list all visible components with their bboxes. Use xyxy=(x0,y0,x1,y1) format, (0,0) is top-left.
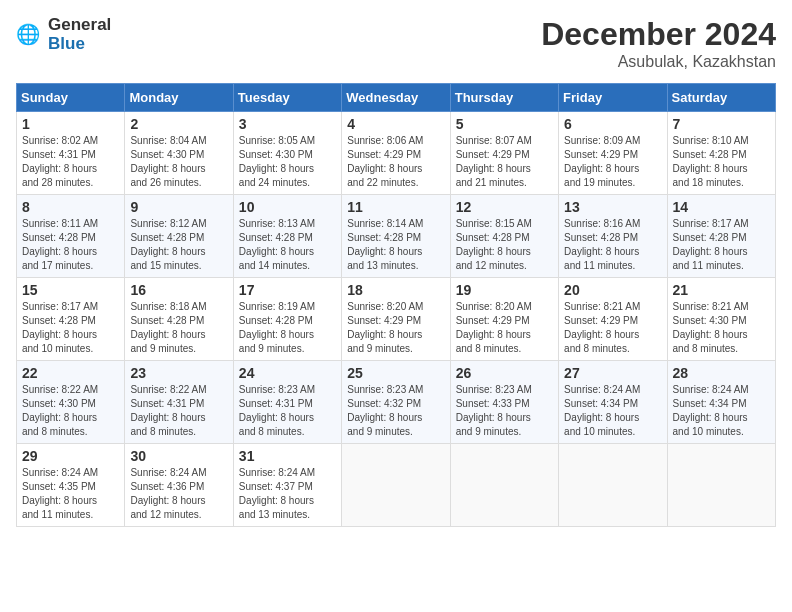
day-number: 9 xyxy=(130,199,227,215)
day-number: 23 xyxy=(130,365,227,381)
calendar-cell: 8Sunrise: 8:11 AM Sunset: 4:28 PM Daylig… xyxy=(17,195,125,278)
day-number: 31 xyxy=(239,448,336,464)
calendar-cell: 28Sunrise: 8:24 AM Sunset: 4:34 PM Dayli… xyxy=(667,361,775,444)
day-info: Sunrise: 8:04 AM Sunset: 4:30 PM Dayligh… xyxy=(130,134,227,190)
day-number: 16 xyxy=(130,282,227,298)
day-number: 26 xyxy=(456,365,553,381)
calendar-cell: 23Sunrise: 8:22 AM Sunset: 4:31 PM Dayli… xyxy=(125,361,233,444)
day-info: Sunrise: 8:15 AM Sunset: 4:28 PM Dayligh… xyxy=(456,217,553,273)
calendar-cell: 27Sunrise: 8:24 AM Sunset: 4:34 PM Dayli… xyxy=(559,361,667,444)
day-info: Sunrise: 8:16 AM Sunset: 4:28 PM Dayligh… xyxy=(564,217,661,273)
day-number: 11 xyxy=(347,199,444,215)
day-info: Sunrise: 8:02 AM Sunset: 4:31 PM Dayligh… xyxy=(22,134,119,190)
day-number: 8 xyxy=(22,199,119,215)
calendar-cell xyxy=(450,444,558,527)
day-info: Sunrise: 8:05 AM Sunset: 4:30 PM Dayligh… xyxy=(239,134,336,190)
page-header: 🌐 General Blue December 2024 Asubulak, K… xyxy=(16,16,776,71)
day-number: 10 xyxy=(239,199,336,215)
calendar-cell: 14Sunrise: 8:17 AM Sunset: 4:28 PM Dayli… xyxy=(667,195,775,278)
calendar-cell xyxy=(342,444,450,527)
day-number: 12 xyxy=(456,199,553,215)
calendar-cell: 1Sunrise: 8:02 AM Sunset: 4:31 PM Daylig… xyxy=(17,112,125,195)
week-row-3: 15Sunrise: 8:17 AM Sunset: 4:28 PM Dayli… xyxy=(17,278,776,361)
day-info: Sunrise: 8:24 AM Sunset: 4:36 PM Dayligh… xyxy=(130,466,227,522)
col-header-friday: Friday xyxy=(559,84,667,112)
calendar-cell: 30Sunrise: 8:24 AM Sunset: 4:36 PM Dayli… xyxy=(125,444,233,527)
calendar-cell: 20Sunrise: 8:21 AM Sunset: 4:29 PM Dayli… xyxy=(559,278,667,361)
day-number: 14 xyxy=(673,199,770,215)
title-block: December 2024 Asubulak, Kazakhstan xyxy=(541,16,776,71)
day-info: Sunrise: 8:24 AM Sunset: 4:34 PM Dayligh… xyxy=(673,383,770,439)
week-row-1: 1Sunrise: 8:02 AM Sunset: 4:31 PM Daylig… xyxy=(17,112,776,195)
logo: 🌐 General Blue xyxy=(16,16,111,53)
day-info: Sunrise: 8:14 AM Sunset: 4:28 PM Dayligh… xyxy=(347,217,444,273)
day-number: 29 xyxy=(22,448,119,464)
col-header-tuesday: Tuesday xyxy=(233,84,341,112)
calendar-cell: 13Sunrise: 8:16 AM Sunset: 4:28 PM Dayli… xyxy=(559,195,667,278)
calendar-cell: 17Sunrise: 8:19 AM Sunset: 4:28 PM Dayli… xyxy=(233,278,341,361)
day-number: 3 xyxy=(239,116,336,132)
day-info: Sunrise: 8:23 AM Sunset: 4:31 PM Dayligh… xyxy=(239,383,336,439)
day-number: 17 xyxy=(239,282,336,298)
day-number: 4 xyxy=(347,116,444,132)
col-header-saturday: Saturday xyxy=(667,84,775,112)
calendar-cell: 21Sunrise: 8:21 AM Sunset: 4:30 PM Dayli… xyxy=(667,278,775,361)
calendar-cell xyxy=(559,444,667,527)
day-number: 7 xyxy=(673,116,770,132)
calendar-cell: 6Sunrise: 8:09 AM Sunset: 4:29 PM Daylig… xyxy=(559,112,667,195)
logo-icon: 🌐 xyxy=(16,21,44,49)
calendar-cell: 11Sunrise: 8:14 AM Sunset: 4:28 PM Dayli… xyxy=(342,195,450,278)
calendar-cell: 10Sunrise: 8:13 AM Sunset: 4:28 PM Dayli… xyxy=(233,195,341,278)
day-info: Sunrise: 8:13 AM Sunset: 4:28 PM Dayligh… xyxy=(239,217,336,273)
day-info: Sunrise: 8:24 AM Sunset: 4:34 PM Dayligh… xyxy=(564,383,661,439)
header-row: SundayMondayTuesdayWednesdayThursdayFrid… xyxy=(17,84,776,112)
calendar-cell: 4Sunrise: 8:06 AM Sunset: 4:29 PM Daylig… xyxy=(342,112,450,195)
calendar-cell: 12Sunrise: 8:15 AM Sunset: 4:28 PM Dayli… xyxy=(450,195,558,278)
day-number: 1 xyxy=(22,116,119,132)
calendar-cell: 22Sunrise: 8:22 AM Sunset: 4:30 PM Dayli… xyxy=(17,361,125,444)
day-info: Sunrise: 8:23 AM Sunset: 4:33 PM Dayligh… xyxy=(456,383,553,439)
day-info: Sunrise: 8:17 AM Sunset: 4:28 PM Dayligh… xyxy=(22,300,119,356)
col-header-monday: Monday xyxy=(125,84,233,112)
day-number: 27 xyxy=(564,365,661,381)
calendar-cell: 24Sunrise: 8:23 AM Sunset: 4:31 PM Dayli… xyxy=(233,361,341,444)
col-header-sunday: Sunday xyxy=(17,84,125,112)
week-row-5: 29Sunrise: 8:24 AM Sunset: 4:35 PM Dayli… xyxy=(17,444,776,527)
day-info: Sunrise: 8:23 AM Sunset: 4:32 PM Dayligh… xyxy=(347,383,444,439)
calendar-cell: 9Sunrise: 8:12 AM Sunset: 4:28 PM Daylig… xyxy=(125,195,233,278)
calendar-cell xyxy=(667,444,775,527)
day-number: 24 xyxy=(239,365,336,381)
calendar-table: SundayMondayTuesdayWednesdayThursdayFrid… xyxy=(16,83,776,527)
week-row-4: 22Sunrise: 8:22 AM Sunset: 4:30 PM Dayli… xyxy=(17,361,776,444)
day-number: 2 xyxy=(130,116,227,132)
calendar-cell: 5Sunrise: 8:07 AM Sunset: 4:29 PM Daylig… xyxy=(450,112,558,195)
day-number: 6 xyxy=(564,116,661,132)
day-number: 21 xyxy=(673,282,770,298)
day-number: 13 xyxy=(564,199,661,215)
calendar-cell: 16Sunrise: 8:18 AM Sunset: 4:28 PM Dayli… xyxy=(125,278,233,361)
day-number: 25 xyxy=(347,365,444,381)
month-title: December 2024 xyxy=(541,16,776,53)
day-info: Sunrise: 8:24 AM Sunset: 4:37 PM Dayligh… xyxy=(239,466,336,522)
calendar-cell: 3Sunrise: 8:05 AM Sunset: 4:30 PM Daylig… xyxy=(233,112,341,195)
day-number: 28 xyxy=(673,365,770,381)
calendar-cell: 2Sunrise: 8:04 AM Sunset: 4:30 PM Daylig… xyxy=(125,112,233,195)
svg-text:🌐: 🌐 xyxy=(16,21,41,45)
location: Asubulak, Kazakhstan xyxy=(541,53,776,71)
day-info: Sunrise: 8:18 AM Sunset: 4:28 PM Dayligh… xyxy=(130,300,227,356)
day-number: 19 xyxy=(456,282,553,298)
col-header-wednesday: Wednesday xyxy=(342,84,450,112)
calendar-cell: 7Sunrise: 8:10 AM Sunset: 4:28 PM Daylig… xyxy=(667,112,775,195)
day-info: Sunrise: 8:19 AM Sunset: 4:28 PM Dayligh… xyxy=(239,300,336,356)
logo-general: General xyxy=(48,15,111,34)
calendar-cell: 15Sunrise: 8:17 AM Sunset: 4:28 PM Dayli… xyxy=(17,278,125,361)
day-info: Sunrise: 8:22 AM Sunset: 4:30 PM Dayligh… xyxy=(22,383,119,439)
day-info: Sunrise: 8:20 AM Sunset: 4:29 PM Dayligh… xyxy=(456,300,553,356)
day-number: 20 xyxy=(564,282,661,298)
day-info: Sunrise: 8:12 AM Sunset: 4:28 PM Dayligh… xyxy=(130,217,227,273)
day-info: Sunrise: 8:06 AM Sunset: 4:29 PM Dayligh… xyxy=(347,134,444,190)
day-info: Sunrise: 8:20 AM Sunset: 4:29 PM Dayligh… xyxy=(347,300,444,356)
day-number: 15 xyxy=(22,282,119,298)
day-info: Sunrise: 8:10 AM Sunset: 4:28 PM Dayligh… xyxy=(673,134,770,190)
day-info: Sunrise: 8:11 AM Sunset: 4:28 PM Dayligh… xyxy=(22,217,119,273)
